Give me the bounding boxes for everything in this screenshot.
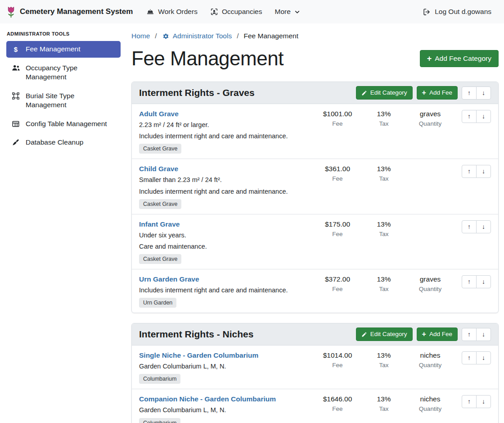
move-fee-up-button[interactable]: ↑ xyxy=(462,351,477,364)
sidebar-item-label: Config Table Management xyxy=(26,119,107,128)
fee-row-companion-niche: Companion Niche - Garden Columbarium Gar… xyxy=(132,389,498,423)
sidebar-item-occupancy-type-management[interactable]: Occupancy Type Management xyxy=(6,60,121,86)
fee-reorder-controls: ↑ ↓ xyxy=(455,165,491,178)
add-fee-category-button[interactable]: + Add Fee Category xyxy=(420,50,499,68)
move-category-up-button[interactable]: ↑ xyxy=(462,86,477,100)
add-fee-button[interactable]: + Add Fee xyxy=(417,327,458,341)
fee-row-urn-garden-grave: Urn Garden Grave Includes interment righ… xyxy=(132,269,498,313)
fee-name-link[interactable]: Single Niche - Garden Columbarium xyxy=(139,351,258,359)
fee-main: Infant Grave Under six years. Care and m… xyxy=(139,220,313,264)
fee-quantity-label: Quantity xyxy=(405,120,455,127)
fee-row-infant-grave: Infant Grave Under six years. Care and m… xyxy=(132,214,498,269)
move-fee-up-button[interactable]: ↑ xyxy=(462,275,477,288)
app-brand[interactable]: Cemetery Management System xyxy=(6,6,133,18)
arrow-down-icon: ↓ xyxy=(482,278,485,285)
fee-tax-column: 13% Tax xyxy=(362,165,405,182)
hard-hat-icon xyxy=(146,8,154,16)
move-category-down-button[interactable]: ↓ xyxy=(476,328,491,341)
logout-button[interactable]: Log Out d.gowans xyxy=(416,4,498,20)
sidebar-item-config-table-management[interactable]: Config Table Management xyxy=(6,116,121,132)
arrow-down-icon: ↓ xyxy=(482,113,485,120)
move-fee-down-button[interactable]: ↓ xyxy=(476,395,491,408)
fee-reorder-controls: ↑ ↓ xyxy=(455,220,491,233)
arrow-up-icon: ↑ xyxy=(468,278,471,285)
fee-name-link[interactable]: Urn Garden Grave xyxy=(139,275,199,283)
fee-quantity-column: graves Quantity xyxy=(405,110,455,127)
fee-amount-label: Fee xyxy=(313,405,362,412)
fee-quantity-column: graves Quantity xyxy=(405,275,455,292)
fee-name-link[interactable]: Adult Grave xyxy=(139,110,179,118)
move-fee-up-button[interactable]: ↑ xyxy=(462,220,477,233)
edit-category-label: Edit Category xyxy=(370,331,407,338)
category-reorder-group: ↑ ↓ xyxy=(462,328,491,341)
fee-reorder-controls: ↑ ↓ xyxy=(455,110,491,123)
vector-square-icon xyxy=(11,92,21,100)
fee-amount-column: $1014.00 Fee xyxy=(313,351,362,368)
move-category-down-button[interactable]: ↓ xyxy=(476,86,491,100)
move-fee-down-button[interactable]: ↓ xyxy=(476,165,491,178)
move-fee-up-button[interactable]: ↑ xyxy=(462,110,477,123)
arrow-up-icon: ↑ xyxy=(468,89,471,96)
fee-amount-value: $361.00 xyxy=(313,165,362,173)
fee-name-link[interactable]: Child Grave xyxy=(139,165,178,173)
fee-name-link[interactable]: Infant Grave xyxy=(139,220,180,228)
fee-row-adult-grave: Adult Grave 2.23 m² / 24 ft² or larger. … xyxy=(132,104,498,159)
add-fee-label: Add Fee xyxy=(429,331,452,338)
sidebar-item-database-cleanup[interactable]: Database Cleanup xyxy=(6,134,121,150)
fee-tax-label: Tax xyxy=(362,286,405,292)
tulip-logo-icon xyxy=(6,6,16,18)
nav-occupancies[interactable]: Occupancies xyxy=(204,4,269,19)
nav-more[interactable]: More xyxy=(269,4,306,19)
fee-tax-label: Tax xyxy=(362,231,405,237)
move-fee-up-button[interactable]: ↑ xyxy=(462,395,477,408)
move-category-up-button[interactable]: ↑ xyxy=(462,328,477,341)
arrow-up-icon: ↑ xyxy=(468,113,471,120)
fee-name-link[interactable]: Companion Niche - Garden Columbarium xyxy=(139,395,276,403)
breadcrumb-home[interactable]: Home xyxy=(131,32,150,40)
fee-tax-value: 13% xyxy=(362,275,405,283)
sidebar-item-fee-management[interactable]: $ Fee Management xyxy=(6,41,121,58)
move-fee-down-button[interactable]: ↓ xyxy=(476,275,491,288)
fee-quantity-unit: niches xyxy=(405,351,455,359)
edit-category-label: Edit Category xyxy=(370,89,407,96)
move-fee-down-button[interactable]: ↓ xyxy=(476,220,491,233)
edit-category-button[interactable]: Edit Category xyxy=(356,327,413,341)
fee-quantity-column xyxy=(405,165,455,167)
edit-category-button[interactable]: Edit Category xyxy=(356,86,413,100)
fee-quantity-unit: graves xyxy=(405,275,455,283)
fee-amount-label: Fee xyxy=(313,286,362,292)
nav-work-orders[interactable]: Work Orders xyxy=(140,4,204,19)
arrow-down-icon: ↓ xyxy=(482,223,485,230)
fee-amount-column: $372.00 Fee xyxy=(313,275,362,292)
fee-tax-value: 13% xyxy=(362,351,405,359)
fee-description: Includes interment right and care and ma… xyxy=(139,187,309,196)
fee-main: Child Grave Smaller than 2.23 m² / 24 ft… xyxy=(139,165,313,209)
add-fee-button[interactable]: + Add Fee xyxy=(417,86,458,100)
sidebar-item-burial-site-type-management[interactable]: Burial Site Type Management xyxy=(6,88,121,114)
plus-icon: + xyxy=(422,331,426,337)
arrow-down-icon: ↓ xyxy=(482,89,485,96)
fee-reorder-controls: ↑ ↓ xyxy=(455,395,491,408)
fee-amount-column: $1646.00 Fee xyxy=(313,395,362,412)
move-fee-up-button[interactable]: ↑ xyxy=(462,165,477,178)
arrow-down-icon: ↓ xyxy=(482,354,485,361)
fee-tax-label: Tax xyxy=(362,362,405,368)
fee-row-single-niche: Single Niche - Garden Columbarium Garden… xyxy=(132,346,498,389)
fee-type-badge: Columbarium xyxy=(139,374,180,384)
move-fee-down-button[interactable]: ↓ xyxy=(476,351,491,364)
fee-row-child-grave: Child Grave Smaller than 2.23 m² / 24 ft… xyxy=(132,159,498,214)
fee-tax-column: 13% Tax xyxy=(362,275,405,292)
fee-type-badge: Casket Grave xyxy=(139,144,181,154)
breadcrumb-current: Fee Management xyxy=(244,32,299,40)
sidebar-item-label: Fee Management xyxy=(26,45,81,54)
move-fee-down-button[interactable]: ↓ xyxy=(476,110,491,123)
fee-amount-label: Fee xyxy=(313,362,362,368)
nav-more-label: More xyxy=(275,8,291,16)
fee-amount-value: $1014.00 xyxy=(313,351,362,359)
brand-title: Cemetery Management System xyxy=(20,7,133,16)
logout-label: Log Out d.gowans xyxy=(435,8,491,16)
fee-main: Companion Niche - Garden Columbarium Gar… xyxy=(139,395,313,423)
chevron-down-icon xyxy=(294,9,300,15)
fee-amount-value: $175.00 xyxy=(313,220,362,228)
breadcrumb-admin-tools[interactable]: Administrator Tools xyxy=(162,32,232,40)
